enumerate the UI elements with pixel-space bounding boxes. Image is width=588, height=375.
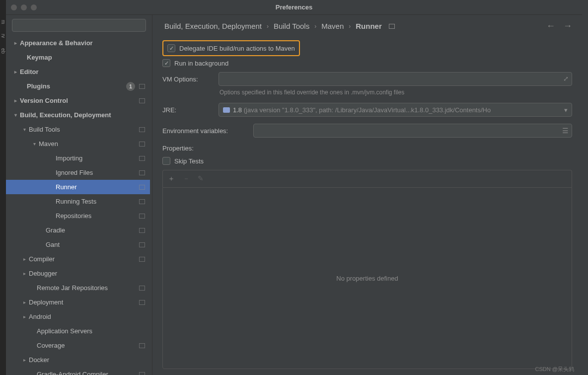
sidebar-item-label: Maven bbox=[39, 140, 137, 148]
list-icon[interactable]: ☰ bbox=[562, 127, 569, 135]
sidebar-item[interactable]: Remote Jar Repositories bbox=[6, 281, 150, 295]
left-tool-strip: mrveb bbox=[0, 0, 6, 375]
chevron-right-icon[interactable]: ▸ bbox=[21, 256, 28, 262]
project-scope-icon bbox=[389, 24, 395, 29]
chevron-right-icon[interactable]: ▸ bbox=[12, 69, 19, 75]
settings-sidebar: 🔍 ▸Appearance & BehaviorKeymap▸EditorPlu… bbox=[6, 15, 152, 375]
sidebar-item-label: Repositories bbox=[56, 212, 137, 220]
add-button[interactable]: ＋ bbox=[168, 174, 175, 183]
project-scope-icon bbox=[139, 98, 145, 103]
env-label: Environment variables: bbox=[162, 127, 249, 135]
sidebar-item[interactable]: Keymap bbox=[6, 50, 150, 65]
jre-value: 1.8 bbox=[233, 106, 242, 114]
sidebar-item[interactable]: ▾Build Tools bbox=[6, 122, 150, 137]
env-variables-input[interactable]: ☰ bbox=[253, 124, 572, 138]
sidebar-item-label: Compiler bbox=[29, 255, 137, 263]
project-scope-icon bbox=[139, 257, 145, 262]
background-checkbox[interactable] bbox=[162, 59, 170, 67]
settings-tree[interactable]: ▸Appearance & BehaviorKeymap▸EditorPlugi… bbox=[6, 36, 152, 375]
project-scope-icon bbox=[139, 214, 145, 219]
preferences-window: Preferences 🔍 ▸Appearance & BehaviorKeym… bbox=[6, 0, 582, 375]
sidebar-item-label: Version Control bbox=[20, 97, 137, 104]
chevron-down-icon[interactable]: ▾ bbox=[21, 127, 28, 132]
skip-tests-label: Skip Tests bbox=[174, 157, 204, 165]
properties-label: Properties: bbox=[162, 145, 572, 152]
sidebar-item[interactable]: Application Servers bbox=[6, 324, 150, 338]
sidebar-item[interactable]: ▸Debugger bbox=[6, 266, 150, 281]
sidebar-item[interactable]: ▸Compiler bbox=[6, 252, 150, 266]
sidebar-item-label: Deployment bbox=[29, 299, 137, 306]
sidebar-item-label: Runner bbox=[56, 183, 137, 191]
sidebar-item[interactable]: Ignored Files bbox=[6, 165, 150, 180]
close-window-button[interactable] bbox=[11, 4, 17, 10]
sidebar-item-label: Editor bbox=[20, 68, 145, 75]
chevron-down-icon: ▾ bbox=[564, 106, 568, 114]
sidebar-item-label: Gant bbox=[46, 241, 137, 248]
crumb-3: Runner bbox=[356, 22, 382, 30]
sidebar-item-label: Docker bbox=[29, 356, 145, 364]
sidebar-item[interactable]: Gradle bbox=[6, 223, 150, 237]
chevron-down-icon[interactable]: ▾ bbox=[12, 112, 19, 118]
nav-back-button[interactable]: ← bbox=[546, 21, 555, 31]
edit-button[interactable]: ✎ bbox=[198, 174, 204, 183]
sidebar-item[interactable]: Importing bbox=[6, 151, 150, 165]
expand-icon[interactable]: ⤢ bbox=[563, 75, 569, 82]
sidebar-item[interactable]: ▸Editor bbox=[6, 65, 150, 79]
main-panel: Build, Execution, Deployment › Build Too… bbox=[152, 15, 582, 375]
sidebar-item[interactable]: Gradle-Android Compiler bbox=[6, 367, 150, 375]
crumb-1[interactable]: Build Tools bbox=[274, 22, 309, 30]
background-label: Run in background bbox=[174, 60, 228, 67]
jre-select[interactable]: 1.8 (java version "1.8.0_333", path: /Li… bbox=[219, 103, 572, 117]
sidebar-item-label: Plugins bbox=[27, 82, 126, 90]
sidebar-item[interactable]: Runner bbox=[6, 180, 150, 194]
project-scope-icon bbox=[139, 127, 145, 132]
chevron-right-icon[interactable]: ▸ bbox=[21, 300, 28, 305]
chevron-right-icon[interactable]: ▸ bbox=[12, 40, 19, 46]
chevron-down-icon[interactable]: ▾ bbox=[31, 141, 38, 147]
sidebar-item[interactable]: ▸Version Control bbox=[6, 93, 150, 108]
empty-properties-text: No properties defined bbox=[336, 275, 398, 282]
sidebar-item-label: Gradle bbox=[46, 226, 137, 234]
delegate-checkbox[interactable] bbox=[167, 44, 175, 52]
sidebar-item-label: Gradle-Android Compiler bbox=[37, 371, 137, 375]
sidebar-item-label: Appearance & Behavior bbox=[20, 39, 145, 47]
jre-label: JRE: bbox=[162, 106, 215, 114]
chevron-right-icon: › bbox=[314, 23, 316, 30]
crumb-2[interactable]: Maven bbox=[321, 22, 344, 30]
chevron-right-icon: › bbox=[349, 23, 351, 30]
sidebar-item[interactable]: ▾Build, Execution, Deployment bbox=[6, 108, 150, 122]
sidebar-item[interactable]: ▸Docker bbox=[6, 353, 150, 367]
project-scope-icon bbox=[139, 185, 145, 190]
sidebar-item[interactable]: ▸Android bbox=[6, 309, 150, 324]
sidebar-item-label: Debugger bbox=[29, 270, 145, 277]
remove-button[interactable]: － bbox=[183, 174, 190, 183]
sidebar-item[interactable]: ▸Deployment bbox=[6, 295, 150, 309]
minimize-window-button[interactable] bbox=[21, 4, 27, 10]
chevron-right-icon[interactable]: ▸ bbox=[21, 314, 28, 319]
sidebar-item-label: Application Servers bbox=[37, 327, 145, 335]
nav-forward-button[interactable]: → bbox=[563, 21, 572, 31]
project-scope-icon bbox=[139, 156, 145, 161]
sidebar-item[interactable]: Repositories bbox=[6, 209, 150, 223]
properties-list[interactable]: No properties defined bbox=[162, 187, 572, 369]
sidebar-item[interactable]: ▾Maven bbox=[6, 137, 150, 151]
sidebar-item-label: Importing bbox=[56, 154, 137, 162]
project-scope-icon bbox=[139, 228, 145, 233]
chevron-right-icon[interactable]: ▸ bbox=[12, 98, 19, 103]
zoom-window-button[interactable] bbox=[31, 4, 37, 10]
sidebar-item[interactable]: Plugins1 bbox=[6, 79, 150, 93]
sidebar-item[interactable]: Coverage bbox=[6, 338, 150, 353]
search-input[interactable] bbox=[12, 19, 146, 32]
sidebar-item-label: Android bbox=[29, 313, 145, 320]
sidebar-item[interactable]: Running Tests bbox=[6, 194, 150, 209]
sidebar-item[interactable]: ▸Appearance & Behavior bbox=[6, 36, 150, 50]
vm-options-input[interactable]: ⤢ bbox=[219, 72, 572, 86]
breadcrumb: Build, Execution, Deployment › Build Too… bbox=[164, 21, 572, 31]
sidebar-item-label: Remote Jar Repositories bbox=[37, 284, 137, 292]
chevron-right-icon[interactable]: ▸ bbox=[21, 271, 28, 276]
crumb-0[interactable]: Build, Execution, Deployment bbox=[164, 22, 262, 30]
folder-icon bbox=[223, 107, 230, 113]
sidebar-item[interactable]: Gant bbox=[6, 237, 150, 252]
skip-tests-checkbox[interactable] bbox=[162, 157, 170, 165]
chevron-right-icon[interactable]: ▸ bbox=[21, 357, 28, 363]
